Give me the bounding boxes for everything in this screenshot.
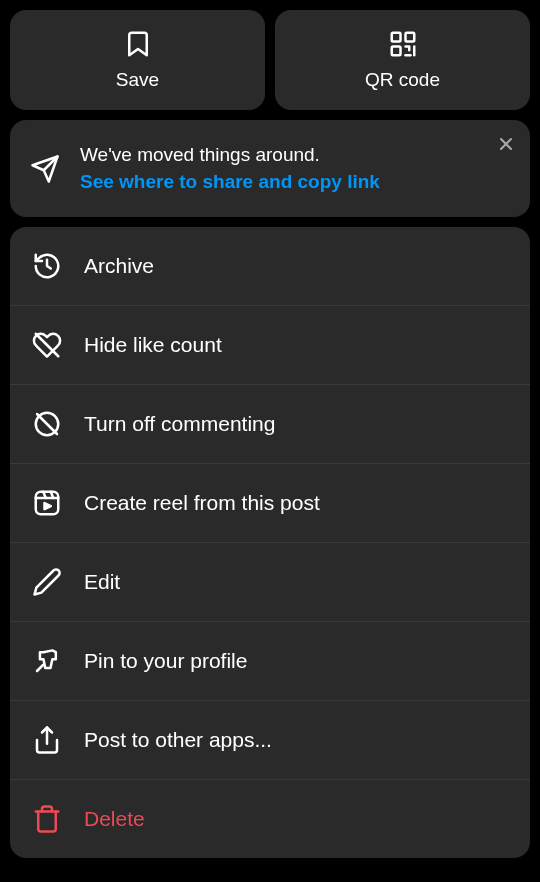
archive-item[interactable]: Archive	[10, 227, 530, 306]
turn-off-commenting-label: Turn off commenting	[84, 412, 275, 436]
delete-label: Delete	[84, 807, 145, 831]
send-icon	[30, 154, 60, 184]
svg-line-13	[37, 665, 43, 671]
banner-line2-link[interactable]: See where to share and copy link	[80, 169, 510, 196]
hide-likes-item[interactable]: Hide like count	[10, 306, 530, 385]
qr-code-label: QR code	[365, 69, 440, 91]
create-reel-label: Create reel from this post	[84, 491, 320, 515]
svg-line-7	[37, 414, 57, 434]
close-icon[interactable]	[496, 134, 516, 154]
post-other-apps-label: Post to other apps...	[84, 728, 272, 752]
save-button[interactable]: Save	[10, 10, 265, 110]
qr-code-icon	[388, 29, 418, 59]
trash-icon	[32, 804, 62, 834]
svg-rect-2	[391, 47, 400, 56]
edit-icon	[32, 567, 62, 597]
share-icon	[32, 725, 62, 755]
reel-icon	[32, 488, 62, 518]
bookmark-icon	[123, 29, 153, 59]
archive-icon	[32, 251, 62, 281]
edit-label: Edit	[84, 570, 120, 594]
archive-label: Archive	[84, 254, 154, 278]
qr-code-button[interactable]: QR code	[275, 10, 530, 110]
pin-item[interactable]: Pin to your profile	[10, 622, 530, 701]
comment-off-icon	[32, 409, 62, 439]
create-reel-item[interactable]: Create reel from this post	[10, 464, 530, 543]
save-label: Save	[116, 69, 159, 91]
delete-item[interactable]: Delete	[10, 780, 530, 858]
banner-text: We've moved things around. See where to …	[80, 142, 510, 195]
menu-list: Archive Hide like count Turn off comment…	[10, 227, 530, 858]
turn-off-commenting-item[interactable]: Turn off commenting	[10, 385, 530, 464]
pin-label: Pin to your profile	[84, 649, 247, 673]
hide-likes-label: Hide like count	[84, 333, 222, 357]
heart-off-icon	[32, 330, 62, 360]
edit-item[interactable]: Edit	[10, 543, 530, 622]
svg-rect-1	[405, 33, 414, 42]
pin-icon	[32, 646, 62, 676]
banner-line1: We've moved things around.	[80, 142, 510, 169]
svg-rect-0	[391, 33, 400, 42]
svg-marker-12	[45, 503, 51, 509]
info-banner[interactable]: We've moved things around. See where to …	[10, 120, 530, 217]
post-other-apps-item[interactable]: Post to other apps...	[10, 701, 530, 780]
